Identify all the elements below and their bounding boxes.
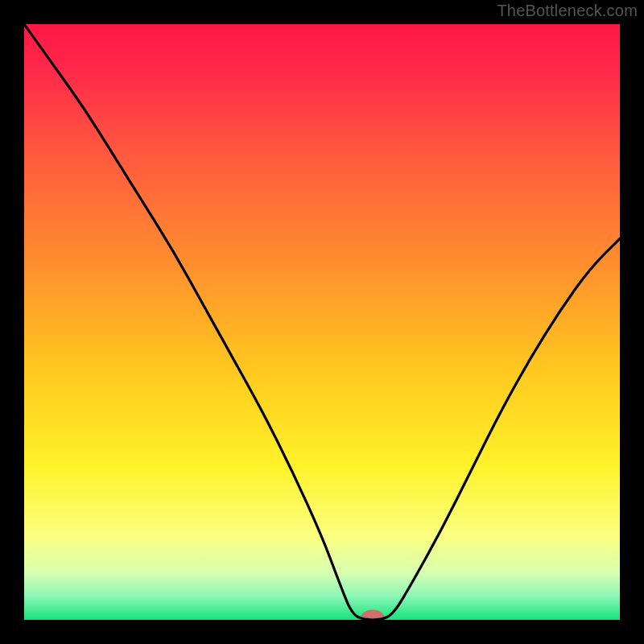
gradient-background <box>24 24 620 620</box>
plot-area <box>24 24 620 623</box>
watermark-text: TheBottleneck.com <box>497 2 638 20</box>
chart-container: TheBottleneck.com <box>0 0 644 644</box>
bottleneck-chart <box>0 0 644 644</box>
